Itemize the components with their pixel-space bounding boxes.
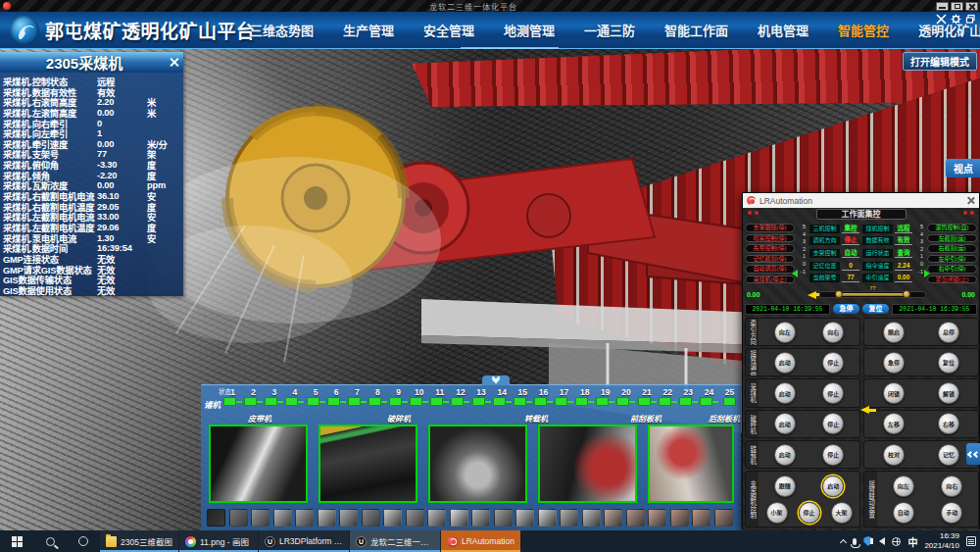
control-button[interactable]: 向左 [774,322,796,343]
camera-thumb-2[interactable] [318,425,417,503]
control-button[interactable]: 停止 [822,413,844,434]
lr-titlebar[interactable]: LRAutomation [743,193,979,208]
volume-icon[interactable] [879,537,885,545]
nav-item-1[interactable]: 三维态势图 [235,21,328,39]
nav-item-5[interactable]: 一通三防 [569,21,650,39]
control-button[interactable]: 急停 [883,352,905,374]
nav-item-8[interactable]: 智能管控 [823,21,904,39]
window-restore-icon[interactable] [965,14,976,25]
channel-status-indicator[interactable] [638,397,651,406]
filmstrip-thumb[interactable] [383,509,402,527]
channel-status-indicator[interactable] [472,397,485,406]
channel-status-indicator[interactable] [244,397,257,406]
tools-icon[interactable] [936,14,947,25]
lr-right-button-6[interactable]: 紧急闭锁(止) [927,276,977,284]
control-button[interactable]: 复位 [938,352,959,374]
filmstrip-thumb[interactable] [362,509,380,527]
filmstrip-thumb[interactable] [648,509,666,527]
taskbar-item-1[interactable]: 2305三维截图 [100,530,178,552]
channel-status-indicator[interactable] [575,397,588,406]
control-button[interactable]: 停止 [822,382,844,404]
channel-status-indicator[interactable] [410,397,422,406]
filmstrip-thumb[interactable] [251,509,270,527]
control-button[interactable]: 自动 [893,502,914,524]
filmstrip-thumb[interactable] [714,509,733,527]
reset-button[interactable]: 复位 [862,304,889,314]
filmstrip-thumb[interactable] [207,509,225,527]
filmstrip-thumb[interactable] [273,509,292,527]
tray-expand-button[interactable] [841,537,846,545]
lr-close-icon[interactable] [966,196,975,205]
filmstrip-thumb[interactable] [427,509,446,527]
filmstrip-thumb[interactable] [318,509,336,527]
lr-left-button-6[interactable]: 采煤机(停止) [745,276,795,284]
camera-thumb-1[interactable] [209,425,308,503]
control-button[interactable]: 停止 [799,502,820,524]
channel-status-indicator[interactable] [616,397,629,406]
channel-status-indicator[interactable] [451,397,464,406]
taskbar-item-2[interactable]: 11.png - 画图 [179,530,258,552]
search-button[interactable] [33,530,67,552]
camera-thumb-3[interactable] [428,425,527,503]
control-button[interactable]: 左移 [883,413,905,434]
slider-knob[interactable] [835,290,843,298]
channel-status-indicator[interactable] [223,397,236,406]
channel-status-indicator[interactable] [555,397,567,406]
channel-status-indicator[interactable] [348,397,361,406]
channel-status-indicator[interactable] [700,397,712,406]
channel-status-indicator[interactable] [265,397,277,406]
taskbar-item-3[interactable]: ULR3DPlatform - U... [259,530,349,552]
lr-right-button-2[interactable]: 左截割(运) [927,234,977,243]
channel-status-indicator[interactable] [679,397,692,406]
filmstrip-thumb[interactable] [670,509,689,527]
open-edit-mode-button[interactable]: 打开编辑模式 [903,52,977,71]
channel-status-indicator[interactable] [534,397,547,406]
channel-status-indicator[interactable] [723,397,736,406]
lr-right-button-1[interactable]: 滚筒控制(自) [927,224,977,232]
filmstrip-thumb[interactable] [471,509,490,527]
filmstrip-thumb[interactable] [339,509,358,527]
channel-status-indicator[interactable] [389,397,402,406]
filmstrip-thumb[interactable] [604,509,622,527]
settings-gear-icon[interactable] [951,14,961,25]
filmstrip-thumb[interactable] [626,509,645,527]
camera-thumb-4[interactable] [538,425,637,503]
slider-knob[interactable] [903,290,910,298]
nav-item-3[interactable]: 安全管理 [409,21,489,39]
channel-status-indicator[interactable] [514,397,526,406]
control-button[interactable]: 停止 [822,444,844,466]
filmstrip-thumb[interactable] [450,509,468,527]
control-button[interactable]: 记忆 [938,444,959,466]
edge-collapse-tab[interactable] [966,443,980,465]
control-button[interactable]: 向右 [941,476,962,497]
control-button[interactable]: 小架 [766,502,788,524]
channel-status-indicator[interactable] [659,397,671,406]
camera-thumb-5[interactable] [648,425,734,503]
control-button[interactable]: 闭锁 [883,382,905,404]
lr-left-button-4[interactable]: 记忆截割(停) [745,255,795,264]
filmstrip-thumb[interactable] [494,509,513,527]
nav-item-2[interactable]: 生产管理 [328,21,409,39]
control-button[interactable]: 解锁 [938,382,959,404]
channel-status-indicator[interactable] [368,397,381,406]
channel-status-indicator[interactable] [285,397,298,406]
control-button[interactable]: 启动 [774,413,796,434]
channel-status-indicator[interactable] [327,397,340,406]
filmstrip-thumb[interactable] [560,509,578,527]
filmstrip-thumb[interactable] [406,509,424,527]
channel-status-indicator[interactable] [596,397,609,406]
control-button[interactable]: 大架 [831,502,853,524]
lr-left-button-1[interactable]: 支架跟随(停) [745,224,795,232]
camera-panel-collapse-button[interactable] [482,376,510,385]
lr-left-button-2[interactable]: 喷雾控制(停) [745,234,795,243]
close-button[interactable] [965,2,978,11]
panel-close-icon[interactable] [169,57,179,68]
taskbar-item-4[interactable]: U龙软二三维一体化... [350,530,440,552]
taskbar-item-5[interactable]: LRAutomation [441,530,520,552]
control-button[interactable]: 顺启 [883,322,905,343]
filmstrip-thumb[interactable] [515,509,534,527]
control-button[interactable]: 校对 [883,444,905,466]
control-button[interactable]: 向左 [893,476,914,497]
channel-status-indicator[interactable] [307,397,319,406]
cortana-button[interactable] [67,530,100,552]
